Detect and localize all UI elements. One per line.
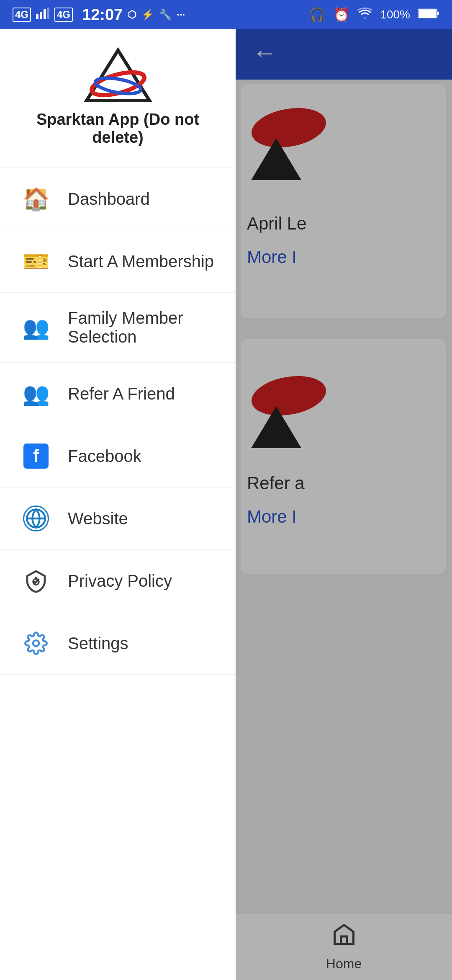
alarm-icon: ⏰: [333, 7, 350, 23]
status-right: 🎧 ⏰ 100%: [309, 7, 439, 23]
status-left: 4G 4G 12:07 ⬡ ⚡ 🔧 ···: [13, 6, 185, 24]
dashboard-label: Dashboard: [68, 190, 150, 209]
settings-icon: [21, 628, 51, 658]
menu-item-settings[interactable]: Settings: [0, 612, 236, 675]
dashboard-icon: 🏠: [21, 184, 51, 214]
menu-item-start-membership[interactable]: 🎫 Start A Membership: [0, 230, 236, 293]
drawer-menu: 🏠 Dashboard 🎫 Start A Membership 👥 Famil…: [0, 168, 236, 980]
signal-4g-right: 4G: [54, 8, 73, 22]
menu-item-privacy-policy[interactable]: Privacy Policy: [0, 550, 236, 612]
usb-data-icon: ⚡: [141, 9, 154, 21]
svg-rect-20: [419, 10, 436, 17]
menu-item-dashboard[interactable]: 🏠 Dashboard: [0, 168, 236, 230]
menu-item-refer-friend[interactable]: 👥 Refer A Friend: [0, 363, 236, 425]
status-bar: 4G 4G 12:07 ⬡ ⚡ 🔧 ··· 🎧 ⏰ 100%: [0, 0, 452, 29]
wifi-icon: [357, 8, 372, 22]
wrench-icon: 🔧: [159, 9, 172, 21]
membership-icon: 🎫: [21, 246, 51, 276]
drawer-app-name: Sparktan App (Do not delete): [17, 111, 219, 147]
membership-label: Start A Membership: [68, 252, 214, 271]
menu-item-family-member[interactable]: 👥 Family Member Selection: [0, 293, 236, 363]
signal-strength-left: [36, 8, 49, 22]
website-icon: [21, 503, 51, 534]
svg-rect-17: [44, 9, 46, 19]
svg-point-14: [33, 640, 39, 646]
dots-icon: ···: [177, 9, 185, 21]
settings-label: Settings: [68, 634, 128, 653]
svg-rect-18: [47, 8, 49, 19]
headphone-icon: 🎧: [309, 7, 326, 23]
facebook-icon: f: [21, 441, 51, 471]
facebook-label: Facebook: [68, 447, 141, 466]
family-label: Family Member Selection: [68, 309, 215, 346]
family-icon: 👥: [21, 312, 51, 343]
svg-rect-16: [40, 12, 42, 19]
menu-item-facebook[interactable]: f Facebook: [0, 425, 236, 487]
website-label: Website: [68, 509, 128, 528]
drawer-overlay[interactable]: [236, 0, 452, 980]
time-display: 12:07: [82, 6, 123, 24]
svg-rect-21: [437, 12, 439, 15]
battery-icon: [418, 8, 439, 22]
usb-icon: ⬡: [128, 9, 136, 21]
sparktan-logo: [76, 42, 160, 111]
privacy-label: Privacy Policy: [68, 572, 172, 591]
refer-label: Refer A Friend: [68, 384, 175, 403]
signal-4g-left: 4G: [13, 8, 31, 22]
privacy-icon: [21, 566, 51, 596]
menu-item-website[interactable]: Website: [0, 487, 236, 550]
refer-icon: 👥: [21, 379, 51, 409]
battery-percent: 100%: [380, 8, 410, 21]
navigation-drawer: Sparktan App (Do not delete) 🏠 Dash: [0, 0, 236, 980]
svg-rect-15: [36, 14, 39, 19]
